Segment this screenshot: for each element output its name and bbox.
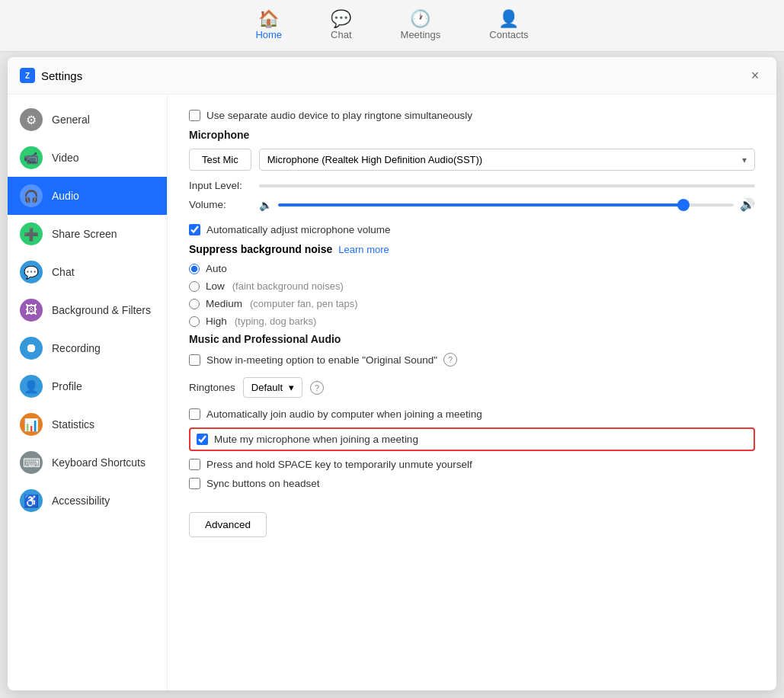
original-sound-row: Show in-meeting option to enable "Origin…	[189, 353, 755, 367]
nav-chat[interactable]: 💬 Chat	[322, 5, 360, 46]
ringtones-row: Ringtones Default ▾ ?	[189, 377, 755, 398]
music-section: Music and Professional Audio Show in-mee…	[189, 333, 755, 367]
close-button[interactable]: ×	[746, 66, 764, 85]
bg-icon: 🖼	[20, 299, 43, 322]
sidebar-item-keyboard[interactable]: ⌨ Keyboard Shortcuts	[8, 443, 167, 482]
auto-join-label: Automatically join audio by computer whe…	[206, 408, 482, 420]
sidebar-item-chat[interactable]: 💬 Chat	[8, 253, 167, 291]
noise-low-label: Low	[206, 280, 225, 292]
content-panel: Use separate audio device to play ringto…	[168, 94, 776, 690]
ringtones-arrow-icon: ▾	[289, 382, 294, 393]
sidebar-item-general[interactable]: ⚙ General	[8, 101, 167, 139]
sidebar-item-share[interactable]: ➕ Share Screen	[8, 215, 167, 253]
press-space-label: Press and hold SPACE key to temporarily …	[206, 459, 472, 470]
sidebar-item-profile[interactable]: 👤 Profile	[8, 367, 167, 405]
mic-device-label: Microphone (Realtek High Definition Audi…	[267, 154, 483, 165]
auto-join-row: Automatically join audio by computer whe…	[189, 408, 755, 420]
sidebar-item-bg[interactable]: 🖼 Background & Filters	[8, 291, 167, 329]
sidebar-label-general: General	[52, 114, 90, 126]
volume-slider[interactable]	[278, 203, 734, 207]
volume-slider-container: 🔈 🔊	[259, 197, 755, 212]
accessibility-icon: ♿	[20, 489, 43, 512]
nav-contacts-label: Contacts	[489, 29, 528, 40]
auto-join-checkbox[interactable]	[189, 408, 200, 420]
mute-joining-checkbox[interactable]	[197, 434, 208, 445]
noise-low-radio[interactable]	[189, 281, 200, 292]
auto-adjust-label: Automatically adjust microphone volume	[206, 224, 391, 235]
press-space-row: Press and hold SPACE key to temporarily …	[189, 459, 755, 470]
nav-home[interactable]: 🏠 Home	[246, 5, 291, 46]
press-space-checkbox[interactable]	[189, 459, 200, 470]
nav-contacts[interactable]: 👤 Contacts	[480, 5, 537, 46]
sidebar-item-recording[interactable]: ⏺ Recording	[8, 329, 167, 367]
general-icon: ⚙	[20, 108, 43, 131]
advanced-button[interactable]: Advanced	[189, 512, 267, 537]
noise-high-sub: (typing, dog barks)	[235, 315, 317, 327]
auto-adjust-row: Automatically adjust microphone volume	[189, 224, 755, 235]
nav-chat-label: Chat	[331, 29, 351, 40]
video-icon: 📹	[20, 146, 43, 169]
stats-icon: 📊	[20, 413, 43, 436]
settings-title: Settings	[41, 69, 82, 82]
sidebar-label-accessibility: Accessibility	[52, 495, 110, 507]
separate-audio-checkbox[interactable]	[189, 110, 200, 121]
suppress-header: Suppress background noise Learn more	[189, 243, 755, 255]
sidebar-label-share: Share Screen	[52, 228, 117, 240]
top-navigation: 🏠 Home 💬 Chat 🕐 Meetings 👤 Contacts	[0, 0, 784, 52]
mic-device-dropdown[interactable]: Microphone (Realtek High Definition Audi…	[259, 149, 755, 171]
sync-buttons-row: Sync buttons on headset	[189, 478, 755, 489]
nav-meetings[interactable]: 🕐 Meetings	[392, 5, 450, 46]
share-icon: ➕	[20, 223, 43, 245]
noise-auto-label: Auto	[206, 263, 227, 274]
original-sound-help-icon[interactable]: ?	[443, 353, 457, 367]
original-sound-checkbox[interactable]	[189, 354, 200, 366]
microphone-section: Microphone Test Mic Microphone (Realtek …	[189, 129, 755, 212]
noise-auto-radio[interactable]	[189, 264, 200, 274]
noise-auto-row: Auto	[189, 263, 755, 274]
sidebar-label-profile: Profile	[52, 380, 82, 392]
sidebar-chat-icon: 💬	[20, 261, 43, 283]
sidebar-item-stats[interactable]: 📊 Statistics	[8, 405, 167, 443]
volume-label: Volume:	[189, 199, 250, 210]
test-mic-button[interactable]: Test Mic	[189, 149, 251, 171]
audio-icon: 🎧	[20, 184, 43, 207]
sidebar-label-keyboard: Keyboard Shortcuts	[52, 456, 146, 469]
learn-more-link[interactable]: Learn more	[338, 244, 389, 255]
settings-window: Z Settings × ⚙ General 📹 Video 🎧 Audio ➕…	[8, 57, 776, 690]
sidebar-item-audio[interactable]: 🎧 Audio	[8, 177, 167, 215]
sync-buttons-checkbox[interactable]	[189, 478, 200, 489]
sidebar-label-recording: Recording	[52, 342, 101, 354]
settings-titlebar: Z Settings ×	[8, 57, 776, 94]
original-sound-label: Show in-meeting option to enable "Origin…	[206, 354, 437, 366]
input-level-label: Input Level:	[189, 180, 250, 191]
sidebar-item-video[interactable]: 📹 Video	[8, 139, 167, 177]
suppress-title: Suppress background noise	[189, 243, 332, 255]
nav-meetings-label: Meetings	[401, 29, 441, 40]
contacts-icon: 👤	[498, 11, 519, 27]
input-level-row: Input Level:	[189, 180, 755, 191]
mic-controls: Test Mic Microphone (Realtek High Defini…	[189, 149, 755, 171]
separate-audio-row: Use separate audio device to play ringto…	[189, 110, 755, 121]
ringtones-help-icon[interactable]: ?	[310, 381, 324, 395]
ringtones-label: Ringtones	[189, 382, 235, 393]
microphone-heading: Microphone	[189, 129, 755, 141]
separate-audio-label: Use separate audio device to play ringto…	[206, 110, 472, 121]
settings-body: ⚙ General 📹 Video 🎧 Audio ➕ Share Screen…	[8, 94, 776, 690]
home-icon: 🏠	[258, 11, 279, 27]
sidebar: ⚙ General 📹 Video 🎧 Audio ➕ Share Screen…	[8, 94, 168, 690]
noise-medium-radio[interactable]	[189, 299, 200, 309]
ringtones-dropdown[interactable]: Default ▾	[243, 377, 302, 398]
sidebar-label-audio: Audio	[52, 190, 79, 202]
sidebar-item-accessibility[interactable]: ♿ Accessibility	[8, 482, 167, 520]
noise-high-label: High	[206, 315, 227, 327]
chat-icon: 💬	[331, 11, 351, 27]
volume-low-icon: 🔈	[259, 199, 272, 211]
dropdown-arrow-icon: ▾	[742, 155, 747, 165]
auto-adjust-checkbox[interactable]	[189, 224, 200, 235]
noise-high-radio[interactable]	[189, 316, 200, 327]
zoom-logo: Z	[20, 68, 35, 83]
profile-icon: 👤	[20, 375, 43, 398]
meetings-icon: 🕐	[410, 11, 430, 27]
mute-joining-row: Mute my microphone when joining a meetin…	[189, 427, 755, 451]
noise-high-row: High (typing, dog barks)	[189, 315, 755, 327]
